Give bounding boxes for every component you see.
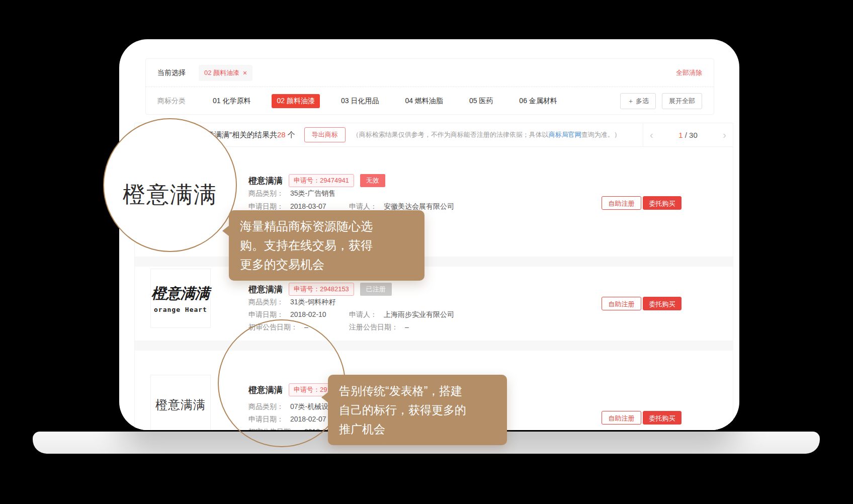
selected-filter-tag-label: 02 颜料油漆 xyxy=(204,68,239,77)
trademark-image-text: 橙意满满 xyxy=(151,284,210,304)
category-row: 商标分类 01 化学原料 02 颜料油漆 03 日化用品 04 燃料油脂 05 … xyxy=(146,87,714,115)
status-badge-invalid: 无效 xyxy=(360,174,385,187)
tooltip-line: 更多的交易机会 xyxy=(240,255,413,274)
total-pages: 30 xyxy=(689,131,698,139)
category-line: 商品类别：35类-广告销售 xyxy=(248,189,335,199)
current-selection-label: 当前选择 xyxy=(157,68,186,77)
clear-all-button[interactable]: 全部清除 xyxy=(676,68,702,77)
current-page: 1 xyxy=(678,131,683,139)
official-site-link[interactable]: 商标局官网 xyxy=(549,131,581,138)
category-tab-01[interactable]: 01 化学原料 xyxy=(208,94,255,108)
trademark-title-line: 橙意满满 申请号：29482153 已注册 xyxy=(248,283,392,296)
tooltip-marketplace: 海量精品商标资源随心选 购。支持在线交易，获得 更多的交易机会 xyxy=(229,210,424,281)
tooltip-line: 自己的标行，获得更多的 xyxy=(339,400,496,419)
date-line: 申请日期：2018-02-10 申请人：上海雨步实业有限公司 xyxy=(248,310,326,320)
field-value: – xyxy=(405,323,409,331)
application-number-label: 申请号： xyxy=(294,285,320,293)
next-page-icon[interactable]: › xyxy=(723,130,726,140)
application-number-tag: 申请号：29482153 xyxy=(289,283,354,296)
trademark-name: 橙意满满 xyxy=(248,284,283,295)
current-selection-row: 当前选择 02 颜料油漆 × 全部清除 xyxy=(146,59,714,87)
trademark-name: 橙意满满 xyxy=(248,175,283,187)
entrust-purchase-button[interactable]: 委托购买 xyxy=(643,196,681,210)
expand-all-button[interactable]: 展开全部 xyxy=(662,93,702,109)
multi-select-button[interactable]: ＋ 多选 xyxy=(620,93,656,109)
category-filter-label: 商标分类 xyxy=(157,97,186,106)
entrust-purchase-button[interactable]: 委托购买 xyxy=(643,411,681,425)
category-line: 商品类别：31类-饲料种籽 xyxy=(248,298,335,308)
remove-tag-icon[interactable]: × xyxy=(243,69,247,76)
pagination: ‹ 1 / 30 › xyxy=(643,123,733,146)
filter-card: 当前选择 02 颜料油漆 × 全部清除 商标分类 01 化学原料 02 颜料油漆… xyxy=(145,58,714,115)
self-register-button[interactable]: 自助注册 xyxy=(602,411,641,425)
field-value: 2018-02-10 xyxy=(290,310,326,318)
disclaimer: （商标检索结果仅供参考，不作为商标能否注册的法律依据；具体以商标局官网查询为准。… xyxy=(353,130,621,139)
category-tab-02-selected[interactable]: 02 颜料油漆 xyxy=(272,94,319,108)
field-value: 31类-饲料种籽 xyxy=(290,298,335,306)
field-label: 申请人： xyxy=(349,202,377,210)
trademark-image-subtext: orange Heart xyxy=(154,306,207,313)
result-row-2: 橙意满满 orange Heart 橙意满满 申请号：29482153 已注册 … xyxy=(135,267,733,341)
disclaimer-text: （商标检索结果仅供参考，不作为商标能否注册的法律依据；具体以 xyxy=(353,131,549,138)
category-tab-03[interactable]: 03 日化用品 xyxy=(336,94,384,108)
row-gap xyxy=(135,257,733,267)
application-number-value: 29482153 xyxy=(320,285,349,293)
disclaimer-suffix: 查询为准。） xyxy=(581,131,621,138)
application-number-tag: 申请号：29474941 xyxy=(289,174,354,187)
self-register-button[interactable]: 自助注册 xyxy=(602,297,641,310)
field-label: 商品类别： xyxy=(248,298,284,306)
trademark-image: 橙意满满 orange Heart xyxy=(150,269,211,328)
field-label: 申请日期： xyxy=(248,310,284,318)
row-gap xyxy=(135,341,733,351)
field-value: 安徽美达会展有限公司 xyxy=(384,202,454,210)
self-register-button[interactable]: 自助注册 xyxy=(602,196,641,210)
field-label: 申请日期： xyxy=(248,202,284,210)
category-tab-06[interactable]: 06 金属材料 xyxy=(514,94,562,108)
selected-filter-tag[interactable]: 02 颜料油漆 × xyxy=(199,65,252,81)
result-count: 28 xyxy=(277,130,286,139)
entrust-purchase-button[interactable]: 委托购买 xyxy=(643,297,681,310)
page-indicator: 1 / 30 xyxy=(678,131,698,139)
status-badge-registered: 已注册 xyxy=(360,283,392,296)
page-separator: / xyxy=(685,131,687,139)
tooltip-line: 购。支持在线交易，获得 xyxy=(240,236,413,255)
field-label: 注册公告日期： xyxy=(349,323,398,331)
trademark-image-text: 橙意满满 xyxy=(155,397,206,413)
trademark-image: 橙意满满 xyxy=(150,375,211,430)
field-value: 上海雨步实业有限公司 xyxy=(384,310,454,318)
application-number-value: 29474941 xyxy=(320,177,349,184)
magnifier-circle-2 xyxy=(218,319,346,447)
tooltip-promotion: 告别传统“发表格”，搭建 自己的标行，获得更多的 推广机会 xyxy=(328,375,507,445)
results-summary-unit: 个 xyxy=(286,130,295,139)
tooltip-line: 推广机会 xyxy=(339,419,496,439)
screenshot-stage: 当前选择 02 颜料油漆 × 全部清除 商标分类 01 化学原料 02 颜料油漆… xyxy=(0,0,853,504)
category-tab-04[interactable]: 04 燃料油脂 xyxy=(400,94,448,108)
field-value: 2018-03-07 xyxy=(290,202,326,210)
field-label: 申请人： xyxy=(349,310,377,318)
category-tab-05[interactable]: 05 医药 xyxy=(464,94,498,108)
magnifier-circle-1: 橙意满满 xyxy=(103,118,237,252)
tooltip-line: 海量精品商标资源随心选 xyxy=(240,217,413,236)
application-number-label: 申请号： xyxy=(294,177,320,184)
results-header: 为您共检索到“橙意满满”相关的结果共28 个 导出商标 （商标检索结果仅供参考，… xyxy=(135,123,733,147)
trademark-title-line: 橙意满满 申请号：29474941 无效 xyxy=(248,174,385,187)
field-value: 35类-广告销售 xyxy=(290,189,335,197)
magnified-trademark-text: 橙意满满 xyxy=(123,180,217,210)
tooltip-line: 告别传统“发表格”，搭建 xyxy=(339,381,496,400)
export-trademarks-button[interactable]: 导出商标 xyxy=(304,127,346,142)
prev-page-icon[interactable]: ‹ xyxy=(650,130,653,140)
field-label: 商品类别： xyxy=(248,189,284,197)
